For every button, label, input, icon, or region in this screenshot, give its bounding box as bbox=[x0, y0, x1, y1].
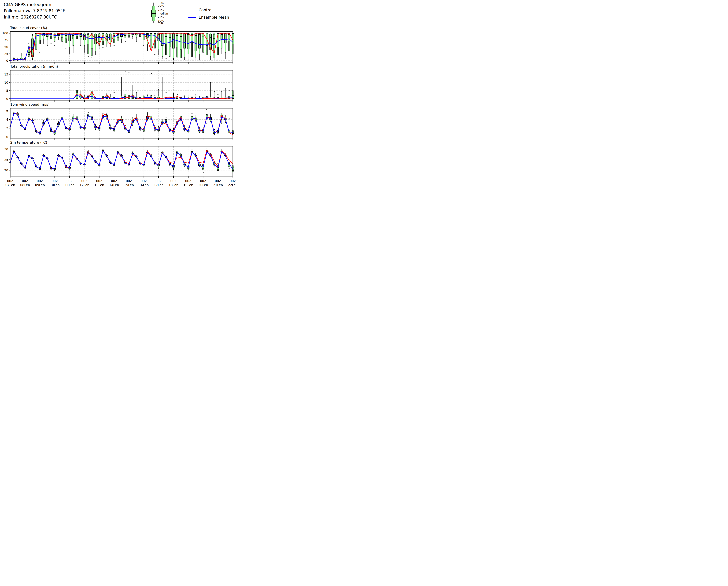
panel-title-wind: 10m wind speed (m/s) bbox=[0, 102, 236, 107]
location-title: Pollonnaruwa 7.87°N 81.05°E bbox=[4, 8, 65, 14]
svg-text:00Z: 00Z bbox=[52, 179, 58, 183]
svg-text:10: 10 bbox=[4, 81, 8, 84]
meteogram-page: CMA-GEPS meteogram Pollonnaruwa 7.87°N 8… bbox=[0, 0, 236, 187]
control-label: Control bbox=[199, 8, 212, 12]
app-title: CMA-GEPS meteogram bbox=[4, 2, 65, 8]
control-line-icon bbox=[189, 10, 196, 10]
legend-ensemble-item: Ensemble Mean bbox=[189, 14, 229, 21]
boxplot-glyph-icon: max90%75%median25%10%min bbox=[150, 2, 180, 25]
panel-2m-temperature: 2m temperature (°C) 20253000Z07Feb00Z08F… bbox=[0, 140, 236, 187]
svg-text:20Feb: 20Feb bbox=[198, 183, 208, 187]
svg-text:12Feb: 12Feb bbox=[79, 183, 89, 187]
cloud-cover-chart: 0255075100 bbox=[0, 30, 236, 64]
svg-text:0: 0 bbox=[6, 135, 8, 139]
ensemble-line-icon bbox=[189, 17, 196, 18]
svg-text:16Feb: 16Feb bbox=[139, 183, 149, 187]
svg-text:15: 15 bbox=[4, 73, 8, 76]
svg-text:00Z: 00Z bbox=[67, 179, 73, 183]
svg-text:07Feb: 07Feb bbox=[5, 183, 15, 187]
svg-text:max: max bbox=[158, 2, 164, 4]
panel-total-cloud-cover: Total cloud cover (%) 0255075100 bbox=[0, 26, 236, 64]
boxplot-legend: max90%75%median25%10%min bbox=[150, 2, 180, 25]
initime-title: Initime: 20260207 00UTC bbox=[4, 14, 65, 20]
precipitation-chart: 051015 bbox=[0, 69, 236, 102]
svg-text:25: 25 bbox=[4, 52, 8, 56]
panel-title-cloud: Total cloud cover (%) bbox=[0, 26, 236, 30]
svg-text:00Z: 00Z bbox=[200, 179, 206, 183]
svg-text:13Feb: 13Feb bbox=[94, 183, 104, 187]
svg-text:20: 20 bbox=[4, 168, 8, 172]
line-legend: Control Ensemble Mean bbox=[189, 6, 229, 21]
svg-text:4: 4 bbox=[6, 118, 8, 121]
svg-text:09Feb: 09Feb bbox=[35, 183, 45, 187]
svg-text:25%: 25% bbox=[158, 16, 164, 19]
svg-text:00Z: 00Z bbox=[37, 179, 43, 183]
svg-text:15Feb: 15Feb bbox=[124, 183, 134, 187]
svg-text:00Z: 00Z bbox=[230, 179, 236, 183]
svg-text:00Z: 00Z bbox=[126, 179, 132, 183]
svg-text:2: 2 bbox=[6, 126, 8, 130]
panel-10m-wind-speed: 10m wind speed (m/s) 0246 bbox=[0, 102, 236, 140]
svg-text:0: 0 bbox=[6, 97, 8, 101]
svg-text:17Feb: 17Feb bbox=[154, 183, 164, 187]
temperature-chart: 20253000Z07Feb00Z08Feb00Z09Feb00Z10Feb00… bbox=[0, 145, 236, 187]
svg-text:11Feb: 11Feb bbox=[65, 183, 74, 187]
svg-text:08Feb: 08Feb bbox=[20, 183, 30, 187]
svg-text:75%: 75% bbox=[158, 8, 164, 12]
svg-text:21Feb: 21Feb bbox=[213, 183, 223, 187]
svg-text:30: 30 bbox=[4, 148, 8, 151]
svg-text:19Feb: 19Feb bbox=[183, 183, 193, 187]
header: CMA-GEPS meteogram Pollonnaruwa 7.87°N 8… bbox=[0, 2, 236, 26]
svg-text:100: 100 bbox=[2, 31, 8, 35]
svg-text:6: 6 bbox=[6, 109, 8, 112]
svg-text:00Z: 00Z bbox=[155, 179, 162, 183]
svg-text:50: 50 bbox=[4, 45, 8, 49]
svg-text:5: 5 bbox=[6, 89, 8, 92]
svg-text:22Feb: 22Feb bbox=[228, 183, 236, 187]
svg-text:00Z: 00Z bbox=[215, 179, 221, 183]
svg-text:00Z: 00Z bbox=[141, 179, 147, 183]
svg-text:18Feb: 18Feb bbox=[169, 183, 178, 187]
panel-title-precip: Total precipitation (mm/6h) bbox=[0, 64, 236, 69]
svg-text:14Feb: 14Feb bbox=[109, 183, 119, 187]
panel-title-temperature: 2m temperature (°C) bbox=[0, 140, 236, 145]
svg-text:00Z: 00Z bbox=[7, 179, 13, 183]
svg-text:00Z: 00Z bbox=[22, 179, 28, 183]
svg-text:00Z: 00Z bbox=[96, 179, 102, 183]
svg-text:75: 75 bbox=[4, 38, 8, 42]
svg-text:min: min bbox=[158, 21, 163, 25]
panel-total-precipitation: Total precipitation (mm/6h) 051015 bbox=[0, 64, 236, 102]
svg-text:00Z: 00Z bbox=[81, 179, 87, 183]
svg-text:00Z: 00Z bbox=[170, 179, 177, 183]
svg-text:25: 25 bbox=[4, 158, 8, 161]
svg-text:median: median bbox=[158, 12, 168, 15]
svg-text:90%: 90% bbox=[158, 4, 164, 7]
svg-text:00Z: 00Z bbox=[185, 179, 192, 183]
svg-text:00Z: 00Z bbox=[111, 179, 117, 183]
title-block: CMA-GEPS meteogram Pollonnaruwa 7.87°N 8… bbox=[4, 2, 65, 20]
ensemble-label: Ensemble Mean bbox=[199, 15, 229, 20]
legend-control-item: Control bbox=[189, 6, 229, 14]
svg-text:10Feb: 10Feb bbox=[50, 183, 59, 187]
svg-text:0: 0 bbox=[6, 59, 8, 62]
wind-speed-chart: 0246 bbox=[0, 107, 236, 140]
